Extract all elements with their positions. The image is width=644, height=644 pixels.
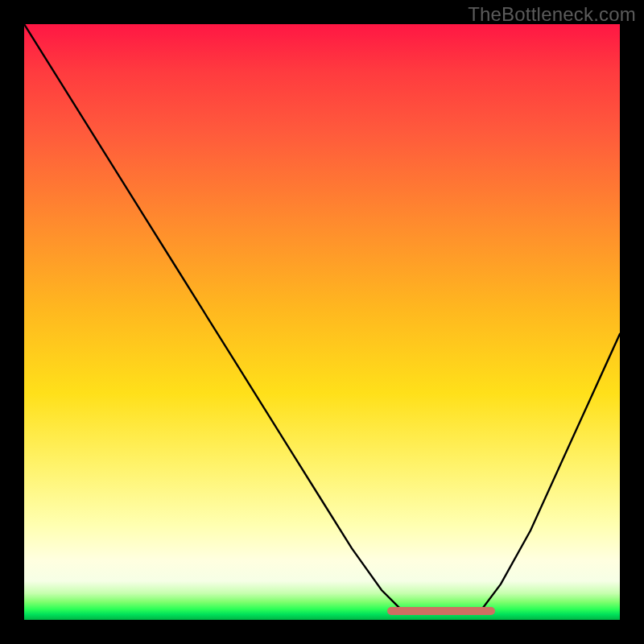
chart-frame: TheBottleneck.com bbox=[0, 0, 644, 644]
watermark-text: TheBottleneck.com bbox=[468, 3, 636, 26]
bottleneck-curve bbox=[24, 24, 620, 620]
plot-area bbox=[24, 24, 620, 620]
curve-path bbox=[24, 24, 620, 614]
minimum-highlight-marker bbox=[387, 607, 494, 615]
